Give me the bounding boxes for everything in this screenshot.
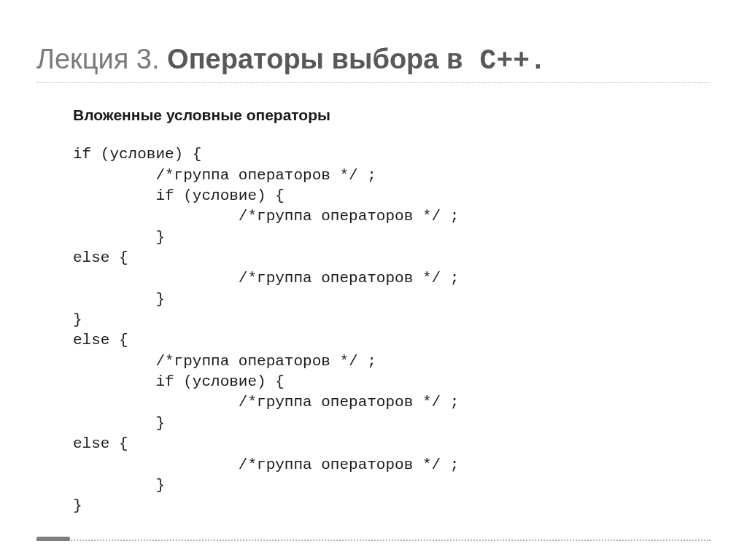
content-subtitle: Вложенные условные операторы bbox=[73, 105, 711, 125]
title-prefix: Лекция 3. bbox=[36, 44, 167, 74]
title-mono: в С++. bbox=[446, 45, 546, 77]
slide-content: Вложенные условные операторы if (условие… bbox=[36, 105, 711, 517]
title-strong: Операторы выбора bbox=[167, 44, 446, 74]
code-block: if (условие) { /*группа операторов */ ; … bbox=[73, 144, 711, 516]
footer-divider bbox=[36, 540, 711, 541]
footer-accent bbox=[36, 537, 70, 541]
slide-container: Лекция 3. Операторы выбора в С++. Вложен… bbox=[0, 0, 747, 560]
slide-title: Лекция 3. Операторы выбора в С++. bbox=[36, 44, 711, 83]
